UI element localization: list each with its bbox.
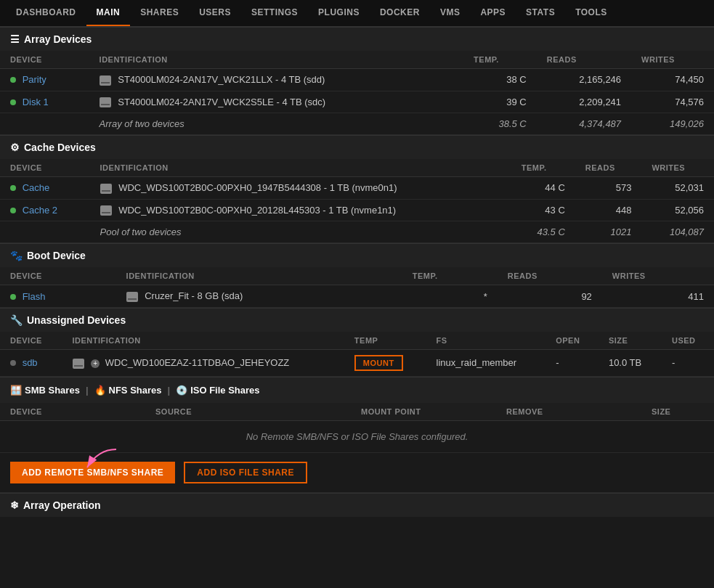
boot-device-table: DEVICE IDENTIFICATION TEMP. READS WRITES… xyxy=(0,267,714,308)
array-op-icon: ❄ xyxy=(10,499,19,511)
device-link-sdb[interactable]: sdb xyxy=(23,357,38,368)
identification-cell: ST4000LM024-2AN17V_WCK21LLX - 4 TB (sdd) xyxy=(89,69,464,91)
nav-plugins[interactable]: PLUGINS xyxy=(308,0,370,26)
device-cell: Disk 1 xyxy=(0,91,89,113)
fs-cell: linux_raid_member xyxy=(426,349,546,376)
table-row: Disk 1 ST4000LM024-2AN17V_WCK2S5LE - 4 T… xyxy=(0,91,714,113)
reads-cell: 92 xyxy=(498,285,602,308)
nav-shares[interactable]: SHARES xyxy=(130,0,189,26)
col-source: SOURCE xyxy=(145,403,351,420)
device-link-disk1[interactable]: Disk 1 xyxy=(23,97,49,107)
mount-cell: MOUNT xyxy=(344,349,426,376)
cache-summary-row: Pool of two devices 43.5 C 1021 104,087 xyxy=(0,221,714,243)
nfs-shares-label[interactable]: NFS Shares xyxy=(109,385,162,396)
disk-icon xyxy=(100,97,111,107)
iso-icon: 💿 xyxy=(176,385,187,396)
size-cell: 10.0 TB xyxy=(599,349,662,376)
temp-cell: 44 C xyxy=(511,177,575,200)
status-dot xyxy=(10,360,16,366)
device-link-parity[interactable]: Parity xyxy=(23,74,46,85)
disk-icon xyxy=(100,184,112,194)
separator: | xyxy=(86,385,89,396)
col-identification: IDENTIFICATION xyxy=(62,332,344,350)
temp-cell: 43 C xyxy=(511,199,575,221)
col-reads: READS xyxy=(537,51,631,69)
disk-icon xyxy=(100,205,112,216)
summary-writes: 104,087 xyxy=(641,221,714,243)
device-link-cache[interactable]: Cache xyxy=(23,182,50,193)
summary-label: Pool of two devices xyxy=(90,221,511,243)
status-dot xyxy=(10,294,16,300)
disk-icon xyxy=(73,359,84,369)
shares-header: 🪟 SMB Shares | 🔥 NFS Shares | 💿 ISO File… xyxy=(0,377,714,403)
nav-main[interactable]: MAIN xyxy=(86,0,131,26)
summary-reads: 1021 xyxy=(575,221,642,243)
identification-cell: ST4000LM024-2AN17V_WCK2S5LE - 4 TB (sdc) xyxy=(89,91,464,113)
boot-device-header: 🐾 Boot Device xyxy=(0,243,714,267)
nav-vms[interactable]: VMS xyxy=(430,0,471,26)
col-temp: TEMP. xyxy=(402,267,498,285)
boot-icon: 🐾 xyxy=(10,250,23,261)
array-devices-icon: ☰ xyxy=(10,33,20,45)
array-devices-header: ☰ Array Devices xyxy=(0,27,714,51)
col-remove: REMOVE xyxy=(496,403,641,420)
unassigned-icon: 🔧 xyxy=(10,314,23,326)
main-navigation: DASHBOARD MAIN SHARES USERS SETTINGS PLU… xyxy=(0,0,714,27)
col-mount-point: MOUNT POINT xyxy=(351,403,496,420)
table-row: Cache WDC_WDS100T2B0C-00PXH0_1947B544430… xyxy=(0,177,714,200)
writes-cell: 74,576 xyxy=(631,91,714,113)
nav-dashboard[interactable]: DASHBOARD xyxy=(6,0,86,26)
reads-cell: 2,165,246 xyxy=(537,69,631,91)
add-iso-file-share-button[interactable]: ADD ISO FILE SHARE xyxy=(184,462,307,483)
device-cell: sdb xyxy=(0,349,62,376)
col-device: DEVICE xyxy=(0,159,90,177)
status-dot xyxy=(10,208,16,213)
used-cell: - xyxy=(662,349,714,376)
status-dot xyxy=(10,77,16,83)
reads-cell: 2,209,241 xyxy=(537,91,631,113)
status-dot xyxy=(10,185,16,191)
summary-reads: 4,374,487 xyxy=(537,113,631,135)
open-cell: - xyxy=(545,349,599,376)
array-operation-header: ❄ Array Operation xyxy=(0,493,714,517)
col-device: DEVICE xyxy=(0,332,62,350)
smb-icon: 🪟 xyxy=(10,385,22,396)
iso-shares-label[interactable]: ISO File Shares xyxy=(190,385,259,396)
col-identification: IDENTIFICATION xyxy=(90,159,511,177)
smb-shares-label[interactable]: SMB Shares xyxy=(25,385,80,396)
reads-cell: 448 xyxy=(575,199,642,221)
status-dot xyxy=(10,99,16,105)
device-cell: Cache 2 xyxy=(0,199,90,221)
separator: | xyxy=(168,385,171,396)
table-row: sdb + WDC_WD100EZAZ-11TDBAO_JEHEYOZZ MOU… xyxy=(0,349,714,376)
mount-button[interactable]: MOUNT xyxy=(354,355,403,371)
col-temp: TEMP xyxy=(344,332,426,350)
nav-users[interactable]: USERS xyxy=(189,0,241,26)
identification-cell: WDC_WDS100T2B0C-00PXH0_20128L445303 - 1 … xyxy=(90,199,511,221)
temp-cell: 38 C xyxy=(463,69,537,91)
col-reads: READS xyxy=(498,267,602,285)
col-device: DEVICE xyxy=(0,267,116,285)
cache-icon: ⚙ xyxy=(10,142,20,153)
device-link-cache2[interactable]: Cache 2 xyxy=(23,205,57,216)
nav-settings[interactable]: SETTINGS xyxy=(241,0,308,26)
table-row: Cache 2 WDC_WDS100T2B0C-00PXH0_20128L445… xyxy=(0,199,714,221)
nav-tools[interactable]: TOOLS xyxy=(565,0,617,26)
col-reads: READS xyxy=(575,159,642,177)
array-summary-row: Array of two devices 38.5 C 4,374,487 14… xyxy=(0,113,714,135)
unassigned-devices-title: Unassigned Devices xyxy=(27,314,126,326)
writes-cell: 52,031 xyxy=(641,177,714,200)
identification-cell: + WDC_WD100EZAZ-11TDBAO_JEHEYOZZ xyxy=(62,349,344,376)
device-cell: Cache xyxy=(0,177,90,200)
col-device: DEVICE xyxy=(0,51,89,69)
nav-apps[interactable]: APPS xyxy=(470,0,516,26)
nav-docker[interactable]: DOCKER xyxy=(370,0,430,26)
array-devices-title: Array Devices xyxy=(24,33,92,45)
cache-devices-title: Cache Devices xyxy=(24,142,96,153)
add-remote-smb-nfs-button[interactable]: ADD REMOTE SMB/NFS SHARE xyxy=(10,462,175,483)
summary-temp: 43.5 C xyxy=(511,221,575,243)
nav-stats[interactable]: STATS xyxy=(516,0,565,26)
device-cell: Parity xyxy=(0,69,89,91)
shares-column-headers: DEVICE SOURCE MOUNT POINT REMOVE SIZE xyxy=(0,403,714,421)
device-link-flash[interactable]: Flash xyxy=(23,291,46,302)
